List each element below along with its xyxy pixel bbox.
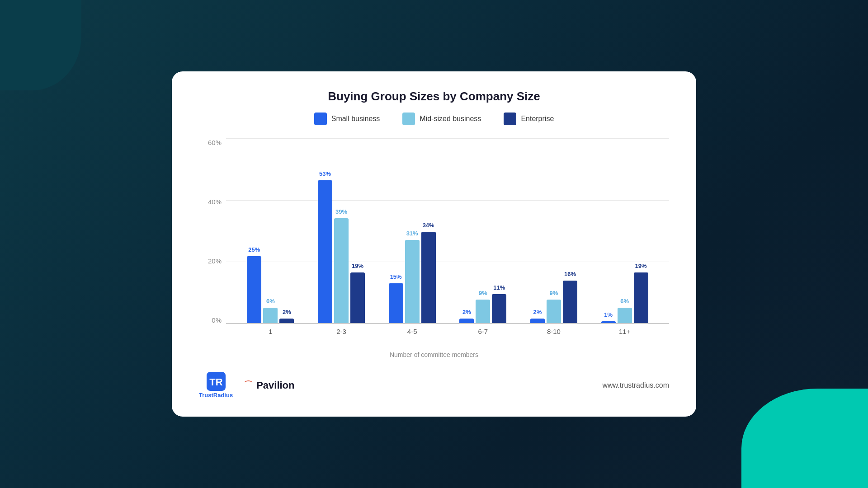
bar-value-label: 53% [319, 170, 331, 177]
x-axis-label: 1 [245, 324, 295, 347]
bar: 25% [247, 256, 261, 324]
bar: 16% [563, 281, 577, 324]
pavilion-logo: ⌒ Pavilion [244, 379, 294, 391]
bar: 19% [350, 272, 365, 324]
footer: TR TrustRadius ⌒ Pavilion www.trustradiu… [199, 367, 669, 399]
pavilion-icon: ⌒ [244, 379, 253, 391]
legend-swatch [402, 113, 415, 125]
x-axis: 12-34-56-78-1011+ [226, 324, 669, 347]
bar: 39% [334, 218, 349, 324]
bar-value-label: 6% [266, 298, 275, 305]
chart-card: Buying Group Sizes by Company Size Small… [172, 71, 696, 417]
bar-value-label: 25% [248, 246, 260, 253]
bg-dark-shape [0, 0, 81, 90]
trustradius-label: TrustRadius [199, 392, 233, 399]
bar-value-label: 2% [283, 309, 291, 315]
bar-value-label: 15% [390, 273, 402, 280]
logos: TR TrustRadius ⌒ Pavilion [199, 372, 294, 399]
x-axis-label: 8-10 [529, 324, 579, 347]
trustradius-icon: TR [207, 372, 226, 391]
bar-group: 53%39%19% [318, 180, 365, 324]
bar-value-label: 16% [564, 271, 576, 277]
bar-group: 1%6%19% [601, 272, 648, 324]
bar-value-label: 19% [352, 263, 363, 269]
y-axis-label: 0% [212, 316, 222, 324]
y-axis: 0%20%40%60% [199, 139, 226, 324]
bar: 53% [318, 180, 332, 324]
bars-container: 25%6%2%53%39%19%15%31%34%2%9%11%2%9%16%1… [226, 139, 669, 324]
legend-label: Small business [331, 115, 380, 123]
bar-value-label: 31% [406, 230, 418, 237]
bar-value-label: 9% [550, 290, 558, 296]
bar-value-label: 2% [462, 309, 471, 315]
bar: 31% [405, 240, 420, 324]
y-axis-label: 40% [208, 198, 222, 206]
x-axis-label: 11+ [600, 324, 650, 347]
bar-value-label: 19% [635, 263, 647, 269]
chart-area: 0%20%40%60% 25%6%2%53%39%19%15%31%34%2%9… [199, 139, 669, 347]
bar: 9% [476, 300, 490, 324]
bar: 15% [389, 283, 403, 324]
bg-teal-shape [741, 389, 868, 488]
legend-swatch [504, 113, 516, 125]
bar: 6% [263, 308, 278, 324]
trustradius-logo: TR TrustRadius [199, 372, 233, 399]
bar: 19% [634, 272, 648, 324]
legend-item: Mid-sized business [402, 113, 481, 125]
y-axis-label: 60% [208, 139, 222, 146]
website-url: www.trustradius.com [602, 381, 669, 389]
y-axis-label: 20% [208, 257, 222, 265]
legend-item: Small business [314, 113, 380, 125]
bar: 11% [492, 294, 506, 324]
bar-value-label: 1% [604, 311, 613, 318]
bar: 6% [618, 308, 632, 324]
bar-group: 25%6%2% [247, 256, 294, 324]
bar-group: 15%31%34% [389, 232, 436, 324]
bar-value-label: 39% [335, 208, 347, 215]
x-axis-label: 4-5 [387, 324, 437, 347]
svg-text:TR: TR [209, 376, 222, 388]
x-axis-label: 2-3 [316, 324, 366, 347]
x-axis-title: Number of committee members [199, 351, 669, 358]
chart-title: Buying Group Sizes by Company Size [199, 89, 669, 103]
bar: 34% [421, 232, 436, 324]
legend: Small businessMid-sized businessEnterpri… [199, 113, 669, 125]
legend-label: Enterprise [521, 115, 554, 123]
pavilion-label: Pavilion [256, 380, 294, 391]
bar-value-label: 2% [533, 309, 542, 315]
bar-value-label: 9% [479, 290, 487, 296]
bar-value-label: 34% [423, 222, 434, 229]
legend-label: Mid-sized business [420, 115, 481, 123]
bar: 9% [547, 300, 561, 324]
bar-group: 2%9%16% [530, 281, 577, 324]
legend-item: Enterprise [504, 113, 554, 125]
bar-group: 2%9%11% [459, 294, 506, 324]
bar-value-label: 11% [493, 284, 505, 291]
bar-value-label: 6% [620, 298, 629, 305]
x-axis-label: 6-7 [458, 324, 508, 347]
legend-swatch [314, 113, 327, 125]
